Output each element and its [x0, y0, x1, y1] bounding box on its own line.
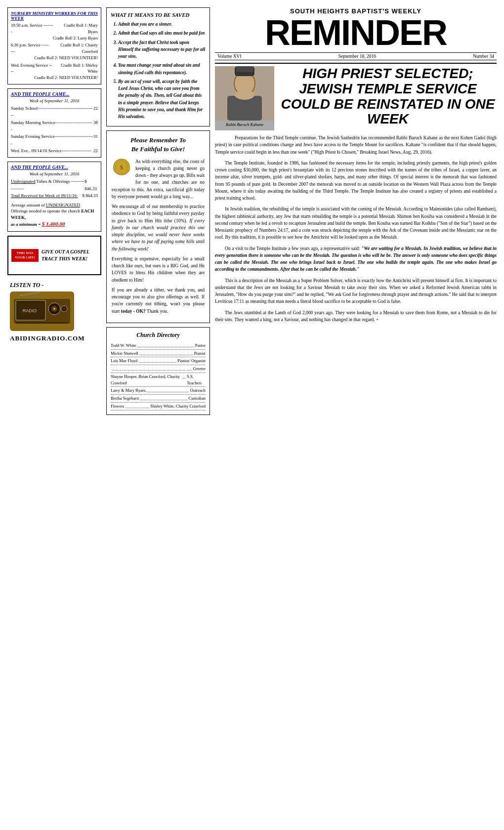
giving-total-amount: $ 864.33 — [83, 192, 98, 199]
tract-text: GIVE OUT A GOSPEL TRACT THIS WEEK! — [42, 249, 97, 262]
nursery-cradle-1: Cradle Roll 1: Mary Byars — [54, 22, 98, 35]
article-para-2: The Temple Institute, founded in 1986, h… — [215, 160, 497, 202]
faithful-text: As with everything else, the costs of ke… — [112, 158, 205, 315]
people-gave-week: Week of September 11, 2016 — [11, 171, 98, 176]
svg-point-5 — [53, 308, 55, 310]
svg-text:RADIO: RADIO — [23, 308, 37, 313]
dir-role-5: S.S. Teachers — [187, 374, 206, 386]
dir-name-8: Flowers — [111, 403, 124, 410]
giving-row-1: Undesignated Tithes & Offerings --------… — [11, 178, 98, 192]
nursery-service-2: 6:30 p.m. Service -------- — [11, 42, 48, 55]
coin-icon: $ — [112, 158, 131, 178]
people-gave-title: AND THE PEOPLE GAVE... — [11, 165, 98, 170]
dir-name-1: Todd W. White — [111, 342, 136, 349]
giving-row-total: Total Received for Week of 09/11/16: $ 8… — [11, 192, 98, 199]
article-headline: HIGH PRIEST SELECTED; JEWISH TEMPLE SERV… — [279, 66, 497, 127]
what-item-2: Admit that God says all sins must be pai… — [118, 30, 206, 37]
faithful-para-2: We encourage all of our membership to pr… — [112, 203, 205, 252]
dir-row-5: Shayne Hooper, Brian Crawford, Charity C… — [111, 373, 206, 387]
nursery-title: NURSERY MINISTRY WORKERS FOR THIS WEEK — [11, 11, 98, 21]
att-count-2: 38 — [93, 119, 98, 133]
average-text: Average amount of UNDESIGNATED Offerings… — [11, 202, 98, 228]
dir-role-6: Outreach — [190, 387, 206, 394]
volume-label: Volume XVI — [217, 54, 242, 59]
dir-row-4: Greeter — [111, 365, 206, 373]
what-item-4: You must change your mind about sin and … — [118, 62, 206, 76]
dir-role-3: Pianist/ Organist — [177, 358, 206, 364]
giving-label-1: Undesignated Tithes & Offerings --------… — [11, 178, 84, 192]
attendance-row-1: Sunday School---------------------------… — [11, 105, 98, 119]
dir-dashes-2 — [140, 350, 193, 355]
abiding-radio-label: ABIDINGRADIO.COM — [10, 334, 99, 342]
article-photo-container: Rabbi Baruch Kahane — [215, 66, 274, 130]
church-dir-title: Church Directory — [111, 332, 206, 339]
faithful-section: Please Remember To Be Faithful to Give! … — [106, 130, 210, 323]
svg-point-19 — [235, 90, 254, 100]
gospel-tract-box: THIS WAS YOUR LIFE! GIVE OUT A GOSPEL TR… — [7, 236, 101, 275]
article-para-5: This is a description of the Messiah as … — [215, 277, 497, 305]
attendance-row-4: Wed. Eve., 09/14/16 Service-------------… — [11, 147, 98, 154]
publication-title: REMINDER — [215, 15, 497, 50]
dir-name-6: Larry & Mary Byars, — [111, 387, 146, 394]
dir-role-1: Pastor — [195, 342, 206, 349]
attendance-row-3: Sunday Evening Service------------------… — [11, 133, 98, 147]
faithful-para-3: Everything is expensive, especially for … — [112, 255, 205, 284]
people-came-week: Week of September 11, 2016 — [11, 98, 98, 103]
nursery-cradle-6: Cradle Roll 2: NEED VOLUNTEER! — [34, 75, 98, 80]
svg-point-7 — [63, 308, 65, 310]
dir-name-3: Lois Mae Floyd — [111, 358, 137, 364]
dir-dashes-1 — [137, 342, 193, 347]
dir-dashes-4 — [112, 366, 192, 371]
svg-text:$: $ — [120, 164, 123, 171]
church-directory: Church Directory Todd W. White Pastor Mi… — [106, 327, 210, 415]
middle-column: WHAT IT MEANS TO BE SAVED Admit that you… — [104, 5, 212, 825]
dir-role-4: Greeter — [193, 366, 206, 372]
people-came-title: AND THE PEOPLE CAME... — [11, 92, 98, 97]
article-body: Preparations for the Third Temple contin… — [215, 134, 497, 327]
att-count-4: 22 — [93, 147, 98, 154]
dir-name-5: Shayne Hooper, Brian Crawford, Charity C… — [111, 374, 182, 386]
tract-badge: THIS WAS YOUR LIFE! — [11, 249, 39, 262]
what-it-means-title: WHAT IT MEANS TO BE SAVED — [111, 12, 206, 18]
faithful-para-4: If you are already a tither, we thank yo… — [112, 287, 205, 315]
date-label: September 18, 2016 — [338, 54, 376, 59]
nursery-cradle-4: Cradle Roll 2: NEED VOLUNTEER! — [34, 55, 98, 60]
nursery-section: NURSERY MINISTRY WORKERS FOR THIS WEEK 1… — [7, 7, 101, 84]
tract-badge-line1: THIS WAS — [13, 251, 37, 255]
attendance-row-2: Sunday Morning Service------------------… — [11, 119, 98, 133]
publication-header: SOUTH HEIGHTS BAPTIST'S WEEKLY REMINDER … — [215, 7, 497, 64]
article-para-6: The Jews stumbled at the Lamb of God 2,0… — [215, 309, 497, 324]
dir-name-7: Bertha Segebarrt — [111, 395, 139, 402]
att-count-1: 22 — [93, 105, 98, 119]
what-item-3: Accept the fact that Christ took upon Hi… — [118, 39, 206, 60]
dir-row-2: Mickie Shatwell Pianist — [111, 350, 206, 358]
dir-dashes-6 — [148, 387, 189, 392]
svg-rect-8 — [16, 322, 68, 324]
att-label-3: Sunday Evening Service------------------… — [11, 133, 93, 147]
article-para-3: In Jewish tradition, the rebuilding of t… — [215, 206, 497, 241]
vol-date-row: Volume XVI September 18, 2016 Number 34 — [215, 52, 497, 60]
article-para-4: On a visit to the Temple Institute a few… — [215, 245, 497, 273]
dir-name-2: Mickie Shatwell — [111, 350, 138, 357]
left-column: NURSERY MINISTRY WORKERS FOR THIS WEEK 1… — [5, 5, 104, 825]
number-label: Number 34 — [473, 54, 494, 59]
dir-dashes-5 — [183, 374, 185, 378]
nursery-cradle-5: Cradle Roll 1: Shirley White — [52, 62, 98, 75]
what-it-means-list: Admit that you are a sinner. Admit that … — [111, 21, 206, 120]
dir-row-6: Larry & Mary Byars, Outreach — [111, 387, 206, 395]
giving-total-label: Total Received for Week of 09/11/16: — [11, 192, 78, 199]
what-item-1: Admit that you are a sinner. — [118, 21, 206, 28]
article-hero: Rabbi Baruch Kahane HIGH PRIEST SELECTED… — [215, 66, 497, 130]
dir-role-7: Custodian — [189, 395, 206, 402]
dir-row-1: Todd W. White Pastor — [111, 342, 206, 350]
dir-dashes-3 — [139, 358, 176, 363]
listen-title: LISTEN TO - — [10, 282, 99, 289]
giving-amount-1: $ 846.33 — [84, 178, 98, 192]
nursery-service-3: Wed. Evening Service ---- — [11, 62, 52, 75]
listen-section: LISTEN TO - RADIO ABIDINGRADIO.COM — [7, 279, 101, 345]
dir-row-7: Bertha Segebarrt Custodian — [111, 395, 206, 403]
faithful-title: Please Remember To Be Faithful to Give! — [112, 136, 205, 154]
svg-rect-21 — [236, 66, 253, 72]
main-article: Rabbi Baruch Kahane HIGH PRIEST SELECTED… — [215, 66, 497, 327]
what-item-5: By an act of your will, accept by faith … — [118, 78, 206, 121]
